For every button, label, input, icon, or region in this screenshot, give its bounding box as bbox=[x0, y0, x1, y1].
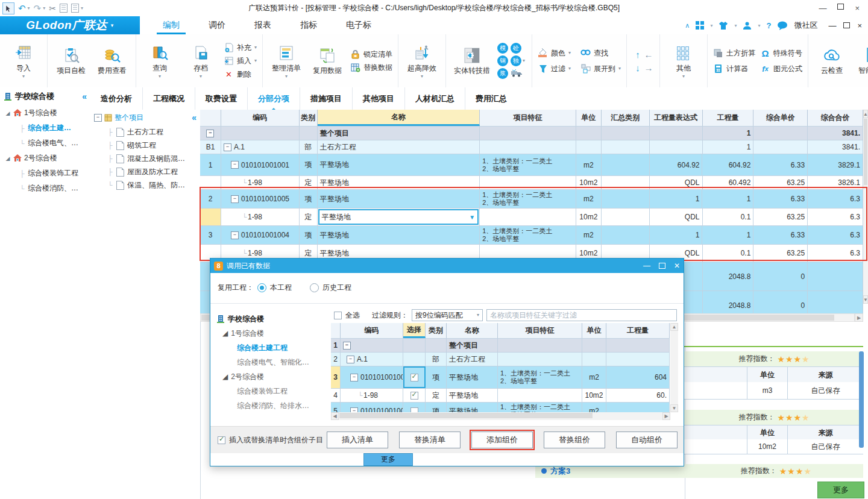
query-button[interactable]: 查询▾ bbox=[142, 43, 178, 80]
find-button[interactable]: 查找 bbox=[580, 48, 608, 58]
subtree-item-tushifang[interactable]: ├土石方工程 bbox=[90, 125, 200, 139]
supplement-button[interactable]: 补充▾ bbox=[224, 43, 257, 53]
sidebar-node-building1[interactable]: ◢ 1号综合楼 bbox=[5, 105, 90, 121]
dialog-tree-node2[interactable]: ◢2号综合楼 bbox=[216, 369, 329, 384]
collapse-subtree-icon[interactable]: « bbox=[192, 113, 197, 122]
column-header[interactable]: 单位 bbox=[576, 110, 602, 126]
column-header[interactable]: 单位 bbox=[582, 323, 606, 338]
table-row-item2[interactable]: 2 010101001005 项 平整场地 1、土壤类别：一二类土2、场地平整 … bbox=[200, 190, 863, 209]
collapse-icon[interactable] bbox=[224, 143, 231, 151]
table-row-b1[interactable]: B1 A.1 部 土石方工程 1 3841. bbox=[200, 140, 863, 154]
more-button-blue[interactable]: 更多 bbox=[363, 453, 413, 466]
dialog-maximize-button[interactable] bbox=[659, 263, 665, 269]
panel-scrollbar[interactable] bbox=[859, 351, 864, 448]
collapse-ribbon-icon[interactable]: ∧ bbox=[685, 22, 690, 30]
column-header[interactable]: 选择 bbox=[403, 323, 426, 338]
scrollbar-thumb[interactable] bbox=[864, 119, 867, 185]
tab-qufeishezhi[interactable]: 取费设置 bbox=[195, 87, 248, 110]
menu-baobiao[interactable]: 报表 bbox=[240, 16, 286, 34]
replace-pricing-button[interactable]: 替换组价 bbox=[544, 432, 605, 448]
tab-fenbufenxiang[interactable]: 分部分项 bbox=[248, 87, 300, 110]
radio-history-project[interactable] bbox=[310, 283, 319, 292]
collapse-icon[interactable] bbox=[94, 114, 102, 122]
child-restore-button[interactable] bbox=[843, 22, 850, 28]
dialog-row-b1[interactable]: 2 A.1 部 土石方工程 bbox=[331, 353, 670, 366]
dialog-tree-item2b[interactable]: 综合楼消防、给排水… bbox=[216, 398, 329, 413]
column-header[interactable]: 编码 bbox=[341, 323, 403, 338]
move-left-icon[interactable]: ← bbox=[644, 49, 653, 60]
cloud-check-button[interactable]: 云检查 bbox=[814, 45, 850, 77]
dialog-tree-item1a[interactable]: 综合楼土建工程 bbox=[216, 341, 329, 355]
badge-gang[interactable]: 钢 bbox=[497, 55, 508, 66]
table-row-quota2[interactable]: └1-98 定 平整场地 ▼ 10m2 QDL 0.1 63.25 6.3 bbox=[200, 209, 863, 226]
filter-button[interactable]: 过滤▾ bbox=[538, 64, 571, 74]
color-button[interactable]: 颜色▾ bbox=[538, 48, 571, 58]
radio-this-project[interactable] bbox=[257, 283, 266, 292]
entity-convert-button[interactable]: 实体转技措 bbox=[451, 45, 492, 77]
collapse-icon[interactable] bbox=[231, 231, 239, 239]
dialog-minimize-button[interactable]: — bbox=[643, 262, 650, 270]
name-editor[interactable]: 平整场地 ▼ bbox=[318, 209, 479, 225]
dialog-row-project[interactable]: 1 整个项目 bbox=[331, 339, 670, 353]
restore-button[interactable] bbox=[837, 4, 844, 10]
collapse-icon[interactable] bbox=[206, 130, 214, 137]
insert-button[interactable]: 插入▾ bbox=[224, 56, 257, 66]
truck-icon[interactable] bbox=[511, 69, 526, 79]
project-selfcheck-button[interactable]: 项目自检 bbox=[53, 45, 89, 77]
select-all-checkbox[interactable] bbox=[334, 312, 342, 319]
collapse-icon[interactable] bbox=[347, 356, 354, 363]
scroll-right-button[interactable]: ▶ bbox=[855, 313, 863, 322]
badge-du[interactable]: 独 bbox=[511, 55, 521, 66]
tab-qitaxiangmu[interactable]: 其他项目 bbox=[353, 87, 405, 110]
tab-zaojiafenxi[interactable]: 造价分析 bbox=[90, 87, 143, 110]
dialog-scroll-down-button[interactable]: ▼ bbox=[670, 404, 678, 412]
import-button[interactable]: 导入▾ bbox=[5, 43, 42, 80]
dialog-tree-root[interactable]: 学校综合楼 bbox=[228, 314, 264, 324]
subtree-root-label[interactable]: 整个项目 bbox=[115, 113, 143, 123]
column-header[interactable]: 综合单价 bbox=[753, 110, 808, 126]
table-row-quota1[interactable]: └1-98 定 平整场地 10m2 QDL 60.492 63.25 3826.… bbox=[200, 176, 863, 190]
dialog-row-item1[interactable]: 3 010101001001 项 平整场地 1、土壤类别：一二类土2、场地平整 … bbox=[331, 366, 670, 389]
sidebar-item-tujian[interactable]: ├综合楼土建… bbox=[5, 121, 90, 136]
archive-button[interactable]: 存档▾ bbox=[183, 43, 219, 80]
keyword-filter-input[interactable] bbox=[486, 309, 677, 321]
fee-view-button[interactable]: 费用查看 bbox=[94, 45, 130, 77]
dialog-vertical-scrollbar[interactable] bbox=[670, 331, 678, 404]
badge-mo[interactable]: 模 bbox=[497, 43, 508, 54]
insert-list-button[interactable]: 插入清单 bbox=[327, 432, 388, 448]
column-header[interactable]: 汇总类别 bbox=[602, 110, 650, 126]
expand-triangle-icon[interactable]: ◢ bbox=[5, 155, 11, 162]
project-root-label[interactable]: 学校综合楼 bbox=[15, 91, 54, 102]
dialog-scroll-up-button[interactable]: ▲ bbox=[670, 323, 678, 331]
column-header[interactable]: 编码 bbox=[221, 110, 300, 126]
collapse-sidebar-icon[interactable]: « bbox=[82, 92, 87, 101]
child-close-button[interactable]: × bbox=[857, 21, 862, 30]
tab-feiyonghuizong[interactable]: 费用汇总 bbox=[465, 87, 517, 110]
column-header[interactable]: 项目特征 bbox=[480, 110, 576, 126]
row-checkbox[interactable] bbox=[410, 374, 418, 381]
filter-rule-select[interactable]: 按9位编码匹配 ▾ bbox=[412, 309, 483, 321]
dialog-tree-item2a[interactable]: 综合楼装饰工程 bbox=[216, 384, 329, 398]
super-high-button[interactable]: 超高降效▾ bbox=[404, 43, 440, 80]
other-button[interactable]: 其他▾ bbox=[665, 43, 702, 80]
column-header[interactable]: 项目特征 bbox=[498, 323, 582, 338]
expand-triangle-icon[interactable]: ◢ bbox=[5, 110, 11, 116]
glodon-logo[interactable]: GLodon广联达▾ bbox=[0, 16, 140, 34]
dialog-tree-node1[interactable]: ◢1号综合楼 bbox=[216, 326, 329, 341]
sidebar-item-zhuangshi[interactable]: ├综合楼装饰工程 bbox=[5, 166, 90, 181]
dialog-scroll-left-button[interactable]: ◀ bbox=[331, 412, 339, 420]
smart-pricing-button[interactable]: 智能组价 bbox=[855, 45, 868, 77]
apps-grid-icon[interactable] bbox=[696, 21, 704, 30]
dialog-titlebar[interactable]: 8 调用已有数据 — ✕ bbox=[210, 259, 684, 273]
delete-button[interactable]: ✕删除 bbox=[224, 69, 257, 80]
replace-data-button[interactable]: 替换数据 bbox=[350, 63, 392, 73]
special-symbol-button[interactable]: Ω特殊符号 bbox=[760, 48, 802, 58]
replace-list-button[interactable]: 替换清单 bbox=[399, 432, 461, 448]
column-header[interactable]: 名称 bbox=[447, 323, 498, 338]
dialog-scroll-right-button[interactable]: ▶ bbox=[662, 412, 670, 420]
minimize-button[interactable]: — bbox=[819, 4, 826, 13]
subtree-item-qizhu[interactable]: ├砌筑工程 bbox=[90, 139, 200, 152]
scroll-down-button[interactable]: ▼ bbox=[863, 295, 868, 304]
skin-icon[interactable] bbox=[719, 21, 728, 30]
subtree-item-wumian[interactable]: ├屋面及防水工程 bbox=[90, 165, 200, 178]
